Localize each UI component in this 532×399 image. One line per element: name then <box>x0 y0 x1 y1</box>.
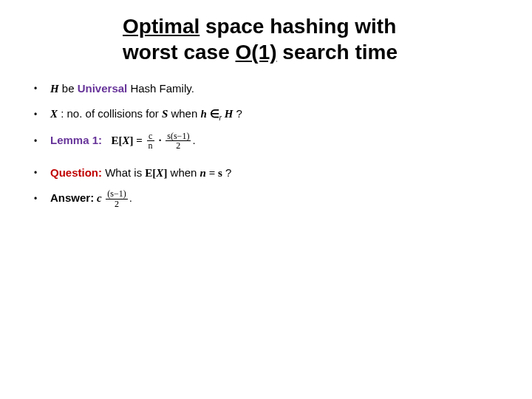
frac-ss1-over-2: s(s−1) 2 <box>166 132 191 151</box>
frac-c-over-n: c n <box>147 132 154 151</box>
title-word-optimal: Optimal <box>123 15 200 38</box>
frac-num-s1: (s−1) <box>106 189 127 200</box>
sym-Eopen: E[ <box>112 134 123 146</box>
txt-be: be <box>59 82 78 95</box>
bullet-row-5: • Answer: c (s−1) 2 . <box>34 189 502 208</box>
sym-eq-s: = s <box>206 167 222 179</box>
label-question: Question: <box>50 166 102 179</box>
bullet-dot-icon: • <box>34 192 50 206</box>
sym-Eclose: ] = <box>130 134 146 146</box>
bullet-dot-icon: • <box>34 108 50 122</box>
bullet-dot-icon: • <box>34 166 50 180</box>
slide: Optimal space hashing with worst case O(… <box>0 0 532 399</box>
bullet-dot-icon: • <box>34 134 50 149</box>
bullet-dot-icon: • <box>34 82 50 96</box>
txt-collisions: : no. of collisions for <box>58 107 162 120</box>
label-answer: Answer: <box>50 191 94 204</box>
txt-qmark2: ? <box>222 166 232 179</box>
title-rest-1: space hashing with <box>200 15 396 38</box>
txt-when2: when <box>167 166 200 179</box>
title-rest-2a: worst case <box>123 41 236 64</box>
txt-qmark: ? <box>233 107 242 120</box>
sym-X3: X <box>156 167 163 179</box>
bullet-row-2: • X : no. of collisions for S when h ∈r … <box>34 105 502 124</box>
bullet-row-3: • Lemma 1: E[X] = c n · s(s−1) 2 . <box>34 132 502 151</box>
txt-period2: . <box>129 191 132 204</box>
sym-Eopen2: E[ <box>145 167 156 179</box>
frac-num-ss1: s(s−1) <box>166 132 191 142</box>
sym-X: X <box>50 108 58 120</box>
sym-H2: H <box>222 108 233 120</box>
sym-S: S <box>162 108 168 120</box>
sym-n: n <box>200 167 206 179</box>
sym-H: H <box>50 83 59 95</box>
slide-title: Optimal space hashing with worst case O(… <box>123 13 502 65</box>
row4-text: Question: What is E[X] when n = s ? <box>50 164 502 182</box>
title-o1: O(1) <box>236 41 277 64</box>
row5-text: Answer: c (s−1) 2 . <box>50 189 502 208</box>
sym-in: ∈ <box>207 108 219 120</box>
bullet-row-4: • Question: What is E[X] when n = s ? <box>34 164 502 182</box>
txt-hashfamily: Hash Family. <box>127 82 194 95</box>
txt-when: when <box>168 107 200 120</box>
row2-text: X : no. of collisions for S when h ∈r H … <box>50 105 502 124</box>
frac-den-n: n <box>147 141 154 151</box>
txt-period: . <box>192 134 195 146</box>
sym-c: c <box>94 192 104 204</box>
sym-X2: X <box>123 134 130 146</box>
sym-h: h <box>200 108 206 120</box>
frac-num-c: c <box>147 132 154 142</box>
row3-text: Lemma 1: E[X] = c n · s(s−1) 2 . <box>50 132 502 151</box>
slide-content: • H be Universal Hash Family. • X : no. … <box>34 80 502 208</box>
txt-universal: Universal <box>78 82 128 95</box>
row1-text: H be Universal Hash Family. <box>50 80 502 98</box>
bullet-row-1: • H be Universal Hash Family. <box>34 80 502 98</box>
sym-cdot: · <box>159 134 165 146</box>
title-rest-2c: search time <box>277 41 398 64</box>
label-lemma1: Lemma 1: <box>50 134 102 146</box>
txt-whatis: What is <box>102 166 145 179</box>
frac-s1-over-2: (s−1) 2 <box>106 189 127 208</box>
frac-den-2: 2 <box>166 141 191 151</box>
frac-den-2b: 2 <box>106 200 127 209</box>
